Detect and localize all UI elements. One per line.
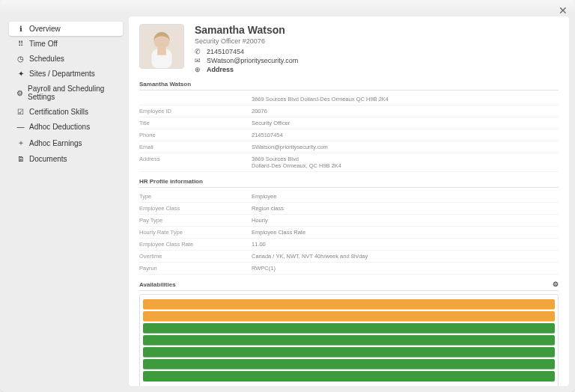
profile-email: SWatson@prioritysecurity.com xyxy=(207,57,298,64)
info-icon: ℹ︎ xyxy=(16,25,25,33)
kv-class: Employee ClassRegion class xyxy=(139,203,559,215)
availabilities-grid xyxy=(139,294,559,386)
profile-email-row: ✉ SWatson@prioritysecurity.com xyxy=(195,57,298,64)
availability-row[interactable] xyxy=(143,311,555,322)
star-icon: ✦ xyxy=(16,70,25,78)
sidebar-item-label: Documents xyxy=(29,155,67,163)
avatar xyxy=(139,24,184,69)
sidebar-item-cert[interactable]: ☑ Certification Skills xyxy=(9,105,123,119)
svg-rect-3 xyxy=(157,48,166,55)
section-basic: Samantha Watson xyxy=(139,81,559,91)
globe-icon: ⊕ xyxy=(195,66,202,73)
sidebar-item-label: Time Off xyxy=(29,40,58,48)
close-icon[interactable]: ✕ xyxy=(559,4,568,16)
availability-row[interactable] xyxy=(143,299,555,310)
mail-icon: ✉ xyxy=(195,57,202,64)
kv-payrun: PayrunRWPC(1) xyxy=(139,263,559,275)
document-icon: 🗎 xyxy=(16,155,25,163)
availability-row[interactable] xyxy=(143,359,555,370)
kv-phone: Phone2145107454 xyxy=(139,129,559,141)
profile-address-row: ⊕ Address xyxy=(195,66,298,73)
sidebar: ℹ︎ Overview ⠿ Time Off ◷ Schedules ✦ Sit… xyxy=(6,16,126,386)
sidebar-item-documents[interactable]: 🗎 Documents xyxy=(9,152,123,166)
availability-row[interactable] xyxy=(143,347,555,358)
plus-icon: ＋ xyxy=(16,138,25,148)
kv-type: TypeEmployee xyxy=(139,191,559,203)
section-basic-title: Samantha Watson xyxy=(139,81,191,88)
sidebar-item-label: Sites / Departments xyxy=(29,70,95,78)
kv-ratetype: Hourly Rate TypeEmployee Class Rate xyxy=(139,227,559,239)
section-hr: HR Profile information xyxy=(139,178,559,188)
profile-header-info: Samantha Watson Security Officer #20076 … xyxy=(195,24,298,75)
clock-icon: ◷ xyxy=(16,55,25,63)
section-hr-title: HR Profile information xyxy=(139,178,203,185)
main-panel: Samantha Watson Security Officer #20076 … xyxy=(129,16,569,386)
availability-row[interactable] xyxy=(143,371,555,382)
kv-classrate: Employee Class Rate11.00 xyxy=(139,239,559,251)
sidebar-item-earnings[interactable]: ＋ Adhoc Earnings xyxy=(9,135,123,151)
grid-icon: ⠿ xyxy=(16,40,25,48)
availability-row[interactable] xyxy=(143,323,555,334)
section-availabilities: Availabilities ⚙ xyxy=(139,281,559,291)
address-label: Address xyxy=(207,66,234,73)
profile-phone-row: ✆ 2145107454 xyxy=(195,48,298,55)
kv-empid: Employee ID20076 xyxy=(139,105,559,117)
profile-name: Samantha Watson xyxy=(195,24,298,36)
kv-paytype: Pay TypeHourly xyxy=(139,215,559,227)
section-avail-title: Availabilities xyxy=(139,281,176,288)
check-icon: ☑ xyxy=(16,108,25,116)
sidebar-item-timeoff[interactable]: ⠿ Time Off xyxy=(9,37,123,51)
gear-icon: ⚙ xyxy=(16,89,23,97)
sidebar-item-schedules[interactable]: ◷ Schedules xyxy=(9,52,123,66)
sidebar-item-overview[interactable]: ℹ︎ Overview xyxy=(9,22,123,36)
sidebar-item-label: Certification Skills xyxy=(29,108,88,116)
kv-address: Address3669 Sources Blvd Dollard-Des Orm… xyxy=(139,153,559,172)
availabilities-settings-icon[interactable]: ⚙ xyxy=(553,281,559,288)
kv-overtime: OvertimeCanada / YK, NWT, NVT 40h/week a… xyxy=(139,251,559,263)
sidebar-item-label: Payroll and Scheduling Settings xyxy=(28,85,115,101)
phone-icon: ✆ xyxy=(195,48,202,55)
sidebar-item-label: Schedules xyxy=(29,55,64,63)
sidebar-item-label: Overview xyxy=(29,25,61,33)
kv-email: EmailSWatson@prioritysecurity.com xyxy=(139,141,559,153)
modal-body: ℹ︎ Overview ⠿ Time Off ◷ Schedules ✦ Sit… xyxy=(6,16,569,386)
sidebar-item-sites[interactable]: ✦ Sites / Departments xyxy=(9,67,123,81)
profile-phone: 2145107454 xyxy=(207,48,244,55)
sidebar-item-deductions[interactable]: — Adhoc Deductions xyxy=(9,120,123,134)
kv-fullname: 3669 Sources Blvd Dollard-Des Ormeaux QC… xyxy=(139,94,559,105)
sidebar-item-label: Adhoc Earnings xyxy=(29,139,82,147)
availability-row[interactable] xyxy=(143,335,555,346)
sidebar-item-payroll[interactable]: ⚙ Payroll and Scheduling Settings xyxy=(9,82,123,104)
sidebar-item-label: Adhoc Deductions xyxy=(29,123,90,131)
minus-icon: — xyxy=(16,123,25,131)
profile-subtitle: Security Officer #20076 xyxy=(195,37,298,45)
kv-title: TitleSecurity Officer xyxy=(139,117,559,129)
profile-header: Samantha Watson Security Officer #20076 … xyxy=(139,24,559,75)
